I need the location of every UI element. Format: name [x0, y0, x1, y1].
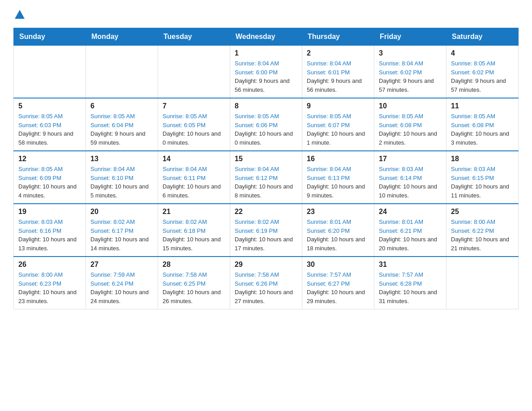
day-number: 5: [18, 102, 81, 110]
calendar-cell: 2Sunrise: 8:04 AMSunset: 6:01 PMDaylight…: [302, 46, 374, 98]
daylight-text: Daylight: 9 hours and 56 minutes.: [307, 77, 362, 93]
sunset-text: Sunset: 6:22 PM: [451, 227, 494, 234]
daylight-text: Daylight: 10 hours and 10 minutes.: [379, 183, 437, 199]
day-number: 27: [90, 261, 153, 269]
calendar-cell: 30Sunrise: 7:57 AMSunset: 6:27 PMDayligh…: [302, 257, 374, 309]
sunrise-text: Sunrise: 8:05 AM: [163, 113, 207, 120]
sunset-text: Sunset: 6:13 PM: [307, 175, 350, 181]
sunrise-text: Sunrise: 8:04 AM: [235, 166, 279, 172]
sunrise-text: Sunrise: 8:04 AM: [163, 166, 207, 172]
sunset-text: Sunset: 6:19 PM: [235, 227, 278, 234]
day-info: Sunrise: 8:05 AMSunset: 6:06 PMDaylight:…: [235, 112, 297, 147]
daylight-text: Daylight: 10 hours and 15 minutes.: [163, 236, 221, 252]
day-info: Sunrise: 7:58 AMSunset: 6:25 PMDaylight:…: [163, 270, 225, 305]
column-header-thursday: Thursday: [302, 28, 374, 46]
column-header-saturday: Saturday: [446, 28, 519, 46]
sunset-text: Sunset: 6:17 PM: [90, 227, 133, 234]
day-info: Sunrise: 8:05 AMSunset: 6:09 PMDaylight:…: [18, 165, 81, 200]
day-number: 7: [163, 102, 225, 110]
calendar-cell: 29Sunrise: 7:58 AMSunset: 6:26 PMDayligh…: [230, 257, 302, 309]
daylight-text: Daylight: 10 hours and 27 minutes.: [235, 289, 293, 304]
sunset-text: Sunset: 6:12 PM: [235, 175, 278, 181]
sunrise-text: Sunrise: 8:05 AM: [307, 113, 351, 120]
sunset-text: Sunset: 6:16 PM: [18, 227, 61, 234]
sunrise-text: Sunrise: 8:02 AM: [235, 218, 279, 225]
calendar-cell: 5Sunrise: 8:05 AMSunset: 6:03 PMDaylight…: [14, 98, 86, 151]
day-number: 10: [379, 102, 442, 110]
calendar-header-row: SundayMondayTuesdayWednesdayThursdayFrid…: [14, 28, 519, 46]
day-number: 9: [307, 102, 369, 110]
day-info: Sunrise: 8:03 AMSunset: 6:14 PMDaylight:…: [379, 165, 442, 200]
daylight-text: Daylight: 10 hours and 8 minutes.: [235, 183, 293, 199]
day-info: Sunrise: 7:57 AMSunset: 6:28 PMDaylight:…: [379, 270, 442, 305]
sunrise-text: Sunrise: 8:05 AM: [18, 113, 63, 120]
sunrise-text: Sunrise: 8:04 AM: [235, 60, 279, 67]
sunrise-text: Sunrise: 8:04 AM: [90, 166, 135, 172]
day-info: Sunrise: 8:05 AMSunset: 6:04 PMDaylight:…: [90, 112, 153, 147]
calendar-cell: 11Sunrise: 8:05 AMSunset: 6:08 PMDayligh…: [446, 98, 519, 151]
sunset-text: Sunset: 6:03 PM: [18, 122, 61, 128]
day-number: 17: [379, 155, 442, 163]
calendar-cell: 21Sunrise: 8:02 AMSunset: 6:18 PMDayligh…: [158, 204, 230, 257]
day-info: Sunrise: 8:05 AMSunset: 6:02 PMDaylight:…: [451, 59, 514, 94]
sunrise-text: Sunrise: 8:05 AM: [451, 60, 495, 67]
day-info: Sunrise: 8:01 AMSunset: 6:20 PMDaylight:…: [307, 218, 369, 253]
calendar-week-row: 12Sunrise: 8:05 AMSunset: 6:09 PMDayligh…: [14, 151, 519, 204]
sunset-text: Sunset: 6:14 PM: [379, 175, 422, 181]
daylight-text: Daylight: 10 hours and 6 minutes.: [163, 183, 221, 199]
day-number: 15: [235, 155, 297, 163]
day-info: Sunrise: 7:58 AMSunset: 6:26 PMDaylight:…: [235, 270, 297, 305]
calendar-cell: 12Sunrise: 8:05 AMSunset: 6:09 PMDayligh…: [14, 151, 86, 204]
calendar-cell: [446, 257, 519, 309]
sunset-text: Sunset: 6:28 PM: [379, 280, 422, 287]
day-info: Sunrise: 7:59 AMSunset: 6:24 PMDaylight:…: [90, 270, 153, 305]
day-number: 29: [235, 261, 297, 269]
sunset-text: Sunset: 6:26 PM: [235, 280, 278, 287]
column-header-tuesday: Tuesday: [158, 28, 230, 46]
daylight-text: Daylight: 10 hours and 2 minutes.: [379, 130, 437, 146]
day-number: 16: [307, 155, 369, 163]
sunset-text: Sunset: 6:20 PM: [307, 227, 350, 234]
day-info: Sunrise: 8:02 AMSunset: 6:19 PMDaylight:…: [235, 218, 297, 253]
day-number: 2: [307, 49, 369, 57]
daylight-text: Daylight: 9 hours and 59 minutes.: [90, 130, 146, 146]
sunset-text: Sunset: 6:08 PM: [451, 122, 494, 128]
sunset-text: Sunset: 6:06 PM: [235, 122, 278, 128]
day-info: Sunrise: 8:04 AMSunset: 6:01 PMDaylight:…: [307, 59, 369, 94]
day-info: Sunrise: 8:00 AMSunset: 6:22 PMDaylight:…: [451, 218, 514, 253]
daylight-text: Daylight: 9 hours and 58 minutes.: [18, 130, 73, 146]
day-info: Sunrise: 8:03 AMSunset: 6:16 PMDaylight:…: [18, 218, 81, 253]
calendar-table: SundayMondayTuesdayWednesdayThursdayFrid…: [13, 28, 519, 309]
column-header-sunday: Sunday: [14, 28, 86, 46]
calendar-cell: 3Sunrise: 8:04 AMSunset: 6:02 PMDaylight…: [374, 46, 446, 98]
sunrise-text: Sunrise: 8:00 AM: [451, 218, 495, 225]
day-info: Sunrise: 8:05 AMSunset: 6:08 PMDaylight:…: [379, 112, 442, 147]
sunrise-text: Sunrise: 8:01 AM: [307, 218, 351, 225]
sunset-text: Sunset: 6:27 PM: [307, 280, 350, 287]
daylight-text: Daylight: 10 hours and 9 minutes.: [307, 183, 365, 199]
day-info: Sunrise: 8:02 AMSunset: 6:18 PMDaylight:…: [163, 218, 225, 253]
page-header: [13, 9, 519, 19]
calendar-cell: 6Sunrise: 8:05 AMSunset: 6:04 PMDaylight…: [86, 98, 158, 151]
calendar-cell: 9Sunrise: 8:05 AMSunset: 6:07 PMDaylight…: [302, 98, 374, 151]
calendar-cell: [86, 46, 158, 98]
day-number: 13: [90, 155, 153, 163]
daylight-text: Daylight: 10 hours and 26 minutes.: [163, 289, 221, 304]
calendar-cell: 18Sunrise: 8:03 AMSunset: 6:15 PMDayligh…: [446, 151, 519, 204]
daylight-text: Daylight: 10 hours and 0 minutes.: [235, 130, 293, 146]
day-number: 19: [18, 208, 81, 216]
sunrise-text: Sunrise: 8:00 AM: [18, 271, 63, 278]
calendar-cell: 14Sunrise: 8:04 AMSunset: 6:11 PMDayligh…: [158, 151, 230, 204]
day-info: Sunrise: 8:00 AMSunset: 6:23 PMDaylight:…: [18, 270, 81, 305]
calendar-cell: 19Sunrise: 8:03 AMSunset: 6:16 PMDayligh…: [14, 204, 86, 257]
logo-triangle-icon: [15, 10, 25, 19]
daylight-text: Daylight: 9 hours and 57 minutes.: [379, 77, 434, 93]
calendar-cell: 27Sunrise: 7:59 AMSunset: 6:24 PMDayligh…: [86, 257, 158, 309]
calendar-cell: 24Sunrise: 8:01 AMSunset: 6:21 PMDayligh…: [374, 204, 446, 257]
day-number: 14: [163, 155, 225, 163]
daylight-text: Daylight: 10 hours and 17 minutes.: [235, 236, 293, 252]
calendar-cell: 16Sunrise: 8:04 AMSunset: 6:13 PMDayligh…: [302, 151, 374, 204]
daylight-text: Daylight: 10 hours and 5 minutes.: [90, 183, 149, 199]
daylight-text: Daylight: 10 hours and 18 minutes.: [307, 236, 365, 252]
daylight-text: Daylight: 10 hours and 20 minutes.: [379, 236, 437, 252]
